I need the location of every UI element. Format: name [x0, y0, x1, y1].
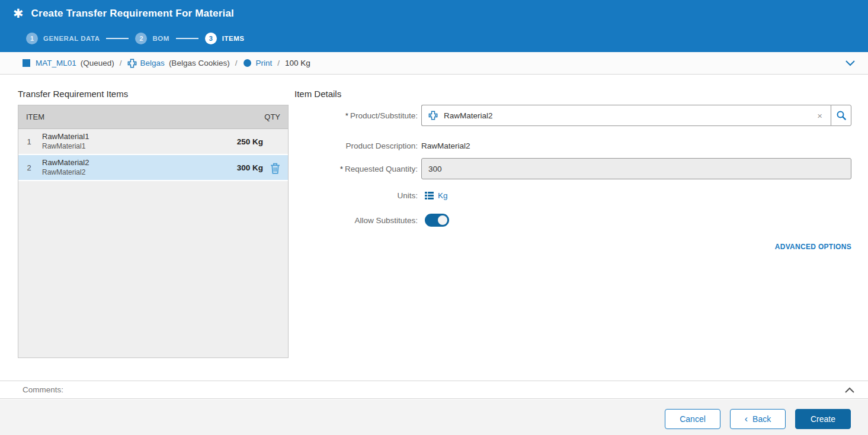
back-button[interactable]: ‹Back	[730, 409, 786, 429]
step-items[interactable]: 3 ITEMS	[205, 33, 245, 44]
row-qty: 300 Kg	[237, 163, 263, 172]
product-description-value: RawMaterial2	[421, 141, 470, 150]
product-substitute-value: RawMaterial2	[444, 111, 493, 120]
order-material-icon	[127, 59, 137, 68]
details-panel-title: Item Details	[294, 89, 341, 99]
comments-label: Comments:	[23, 385, 63, 394]
transfer-items-table: ITEM QTY 1 RawMaterial1 RawMaterial1 250…	[18, 105, 289, 358]
breadcrumb-collapse-chevron-down-icon[interactable]	[844, 60, 856, 67]
step-general-data[interactable]: 1 GENERAL DATA	[26, 33, 100, 44]
material-square-icon	[23, 59, 30, 67]
requested-quantity-label: *Requested Quantity:	[294, 165, 418, 173]
dialog-title: Create Transfer Requirement For Material	[31, 8, 234, 20]
step-number-badge: 1	[26, 33, 38, 44]
clear-icon[interactable]: ×	[815, 111, 824, 121]
order-description: (Belgas Cookies)	[169, 59, 230, 67]
breadcrumb-separator: /	[235, 59, 238, 67]
step-bom[interactable]: 2 BOM	[135, 33, 169, 44]
item-details-form: *Product/Substitute: RawMaterial2 × Prod…	[294, 105, 851, 251]
asterisk-icon: ✱	[13, 7, 24, 20]
required-marker: *	[345, 111, 348, 120]
breadcrumb-separator: /	[277, 59, 280, 67]
dialog-footer: Cancel ‹Back Create	[0, 399, 868, 435]
create-transfer-requirement-dialog: ✱ Create Transfer Requirement For Materi…	[0, 0, 868, 435]
breadcrumb-material-link[interactable]: MAT_ML01	[36, 59, 76, 67]
cancel-button[interactable]: Cancel	[665, 409, 720, 429]
required-marker: *	[340, 165, 343, 173]
product-search-button[interactable]	[831, 105, 851, 126]
row-item-description: RawMaterial2	[42, 168, 237, 178]
comments-section: Comments:	[0, 381, 868, 399]
column-header-item: ITEM	[26, 112, 44, 121]
product-substitute-label: *Product/Substitute:	[294, 111, 418, 120]
step-label: BOM	[152, 35, 169, 42]
units-value-link[interactable]: Kg	[438, 191, 448, 200]
step-label: ITEMS	[222, 35, 245, 42]
table-row-selected[interactable]: 2 RawMaterial2 RawMaterial2 300 Kg	[18, 155, 288, 181]
step-circle-icon	[244, 59, 251, 67]
material-icon	[428, 111, 438, 120]
row-item-name: RawMaterial2	[42, 158, 237, 168]
row-item-description: RawMaterial1	[42, 142, 237, 152]
breadcrumb-order-link[interactable]: Belgas	[140, 59, 165, 67]
product-description-label: Product Description:	[294, 141, 418, 150]
chevron-left-icon: ‹	[745, 414, 748, 424]
advanced-options-link[interactable]: ADVANCED OPTIONS	[775, 243, 851, 251]
wizard-steps: 1 GENERAL DATA 2 BOM 3 ITEMS	[26, 33, 244, 44]
table-header-row: ITEM QTY	[18, 105, 288, 129]
dialog-header: ✱ Create Transfer Requirement For Materi…	[0, 0, 868, 52]
toggle-knob	[438, 215, 447, 225]
step-label: GENERAL DATA	[43, 35, 100, 42]
table-row[interactable]: 1 RawMaterial1 RawMaterial1 250 Kg	[18, 129, 288, 155]
row-qty: 250 Kg	[237, 137, 263, 146]
column-header-qty: QTY	[264, 112, 280, 121]
breadcrumb-separator: /	[120, 59, 122, 67]
comments-collapse-chevron-up-icon[interactable]	[844, 386, 856, 394]
breadcrumb: MAT_ML01 (Queued) / Belgas (Belgas Cooki…	[0, 52, 868, 75]
step-connector	[176, 38, 198, 39]
row-item-name: RawMaterial1	[42, 132, 237, 142]
row-index: 1	[18, 137, 40, 146]
step-connector	[106, 38, 129, 39]
allow-substitutes-label: Allow Substitutes:	[294, 216, 418, 225]
material-status: (Queued)	[81, 59, 114, 67]
step-number-badge: 3	[205, 33, 217, 44]
units-list-icon	[425, 192, 434, 199]
step-number-badge: 2	[135, 33, 147, 44]
create-button[interactable]: Create	[795, 409, 851, 429]
breadcrumb-step-link[interactable]: Print	[255, 59, 272, 67]
product-substitute-input[interactable]: RawMaterial2 ×	[421, 105, 831, 126]
delete-item-trash-icon[interactable]	[270, 163, 280, 174]
search-icon	[836, 110, 847, 121]
breadcrumb-quantity: 100 Kg	[285, 59, 310, 67]
row-index: 2	[18, 163, 40, 172]
requested-quantity-input[interactable]	[421, 158, 851, 179]
items-panel-title: Transfer Requirement Items	[18, 89, 128, 99]
allow-substitutes-toggle[interactable]	[425, 214, 449, 227]
units-label: Units:	[294, 191, 418, 200]
